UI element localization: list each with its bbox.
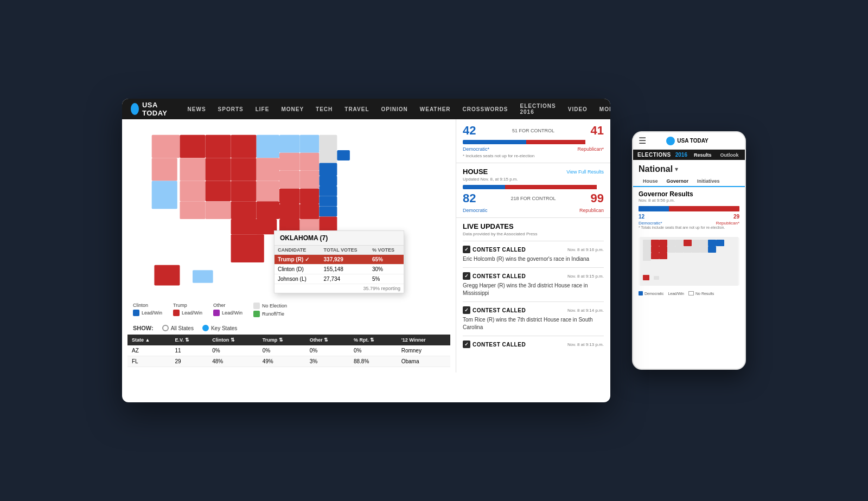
tab-initiatives[interactable]: Initiatives [693, 176, 724, 187]
all-states-radio[interactable]: All States [162, 325, 194, 331]
house-party-labels: Democratic Republican [463, 208, 604, 213]
contest-badge-1: ✓ CONTEST CALLED [463, 246, 526, 253]
mobile-tab-outlook[interactable]: Outlook [718, 152, 741, 158]
tab-house[interactable]: House [639, 176, 662, 187]
nav-news[interactable]: NEWS [187, 106, 207, 112]
trump-legend-label: Trump [173, 303, 202, 308]
tooltip-table: CANDIDATE TOTAL VOTES % VOTES Trump (R) … [275, 246, 404, 284]
key-states-radio[interactable]: Key States [202, 325, 237, 331]
nav-life[interactable]: LIFE [254, 106, 271, 112]
state-in-area [279, 171, 300, 189]
contest-label-2: CONTEST CALLED [473, 273, 526, 279]
table-row: FL 29 48% 49% 3% 88.8% Obama [127, 356, 450, 367]
contest-badge-4: ✓ CONTEST CALLED [463, 341, 526, 348]
nav-money[interactable]: MONEY [280, 106, 305, 112]
house-bar [463, 185, 604, 189]
cell-other-az: 0% [305, 345, 349, 356]
runoff-text: Runoff/Tie [262, 311, 284, 317]
state-tn [279, 204, 300, 219]
svg-rect-7 [659, 240, 667, 246]
other-legend: Other Lead/Win [213, 303, 242, 317]
update-time-3: Nov. 8 at 9:14 p.m. [567, 308, 604, 313]
col-clinton[interactable]: Clinton ⇅ [208, 335, 258, 345]
house-rep-count: 99 [591, 191, 604, 205]
nav-weather[interactable]: WEATHER [419, 106, 452, 112]
update-item-1: ✓ CONTEST CALLED Nov. 8 at 9:16 p.m. Eri… [463, 241, 604, 267]
state-il-area [279, 153, 300, 171]
state-md-area [319, 216, 337, 232]
update-item-3: ✓ CONTEST CALLED Nov. 8 at 9:14 p.m. Tom… [463, 301, 604, 336]
dropdown-icon[interactable]: ▾ [675, 165, 678, 173]
key-states-circle [202, 325, 209, 331]
logo-text: USA TODAY [142, 101, 171, 117]
view-full-results-link[interactable]: View Full Results [566, 169, 604, 175]
hamburger-icon[interactable]: ☰ [639, 136, 646, 146]
mobile-logo-circle [666, 137, 675, 145]
mobile-logo[interactable]: USA TODAY [666, 137, 708, 145]
state-me [319, 207, 337, 217]
state-ia [257, 158, 279, 181]
state-ar [257, 201, 279, 219]
gov-party-labels: Democratic* Republican* [639, 221, 739, 226]
live-updates-title: LIVE UPDATES [463, 222, 604, 230]
col-state[interactable]: State ▲ [127, 335, 171, 345]
other-leadwin: Lead/Win [213, 310, 242, 316]
trump-dark-dot [173, 310, 180, 316]
state-ma [319, 186, 337, 196]
col-ev[interactable]: E.V. ⇅ [171, 335, 208, 345]
state-mo [257, 181, 279, 202]
mobile-sub-tabs: House Governor Initiatives [633, 176, 745, 187]
col-winner[interactable]: '12 Winner [397, 335, 450, 345]
svg-rect-17 [692, 246, 700, 253]
update-header-3: ✓ CONTEST CALLED Nov. 8 at 9:14 p.m. [463, 306, 604, 314]
senate-party-labels: Democratic* Republican* [463, 146, 604, 152]
nav-opinion[interactable]: OPINION [380, 106, 409, 112]
gov-dem-label: Democratic* [639, 221, 662, 226]
state-nc [300, 204, 320, 219]
contest-badge-3: ✓ CONTEST CALLED [463, 306, 526, 314]
state-ky [279, 189, 300, 204]
svg-rect-15 [684, 246, 692, 253]
check-icon-4: ✓ [463, 341, 470, 348]
svg-rect-12 [675, 240, 684, 246]
all-states-circle [162, 325, 169, 331]
state-vt-nh [319, 196, 337, 207]
nav-crosswords[interactable]: CROSSWORDS [462, 106, 509, 112]
svg-rect-1 [643, 240, 651, 246]
col-other[interactable]: Other ⇅ [305, 335, 349, 345]
trump-lead-text: Lead/Win [182, 310, 202, 316]
runoff-dot [253, 311, 260, 317]
scene: USA TODAY NEWS SPORTS LIFE MONEY TECH TR… [0, 77, 868, 424]
other-legend-label: Other [213, 303, 242, 308]
trump-leadwin: Lead/Win [173, 310, 202, 316]
svg-rect-6 [651, 253, 659, 259]
svg-rect-20 [708, 240, 716, 246]
mobile-tab-results[interactable]: Results [692, 152, 714, 158]
contest-label-4: CONTEST CALLED [473, 342, 526, 348]
col-trump[interactable]: Trump ⇅ [258, 335, 305, 345]
nav-elections[interactable]: ELECTIONS 2016 [519, 103, 557, 115]
state-tooltip: OKLAHOMA (7) CANDIDATE TOTAL VOTES % VOT… [274, 230, 404, 293]
nav-more[interactable]: MORE [598, 106, 610, 112]
nav-sports[interactable]: SPORTS [217, 106, 245, 112]
gov-bar [639, 206, 739, 211]
nav-video[interactable]: VIDEO [567, 106, 589, 112]
elections-year: 2016 [675, 152, 687, 158]
national-title: National [639, 164, 673, 174]
state-nm [206, 201, 231, 219]
senate-dem-bar [463, 140, 526, 144]
house-control-label: 218 FOR CONTROL [510, 196, 556, 201]
map-container[interactable]: OKLAHOMA (7) CANDIDATE TOTAL VOTES % VOT… [127, 125, 450, 298]
col-rpt[interactable]: % Rpt. ⇅ [349, 335, 397, 345]
main-content: OKLAHOMA (7) CANDIDATE TOTAL VOTES % VOT… [122, 119, 610, 372]
mobile-nav: ☰ USA TODAY [633, 132, 745, 150]
nav-logo[interactable]: USA TODAY [131, 101, 171, 117]
update-text-2: Gregg Harper (R) wins the 3rd district H… [463, 282, 604, 297]
johnson-votes: 27,734 [321, 274, 369, 284]
legend-leadwin-text: Lead/Win [668, 292, 684, 296]
nav-tech[interactable]: TECH [315, 106, 334, 112]
nav-travel[interactable]: TRAVEL [343, 106, 370, 112]
house-updated: Updated Nov. 8, at 9:15 p.m. [463, 177, 604, 182]
tab-governor[interactable]: Governor [662, 176, 693, 187]
state-oh [300, 153, 320, 171]
